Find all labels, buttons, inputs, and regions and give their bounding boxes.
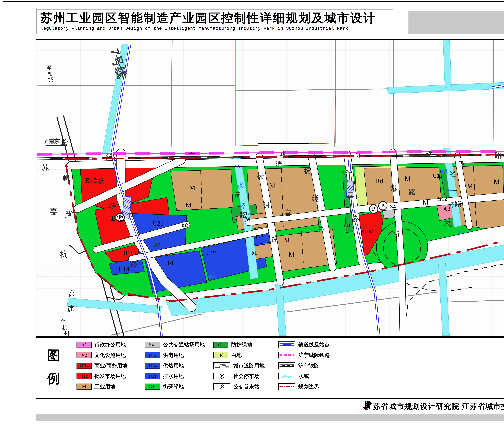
sheet-top-rule	[3, 1, 504, 2]
map-label-cn: 路	[272, 235, 279, 243]
map-label-cn: 帆	[63, 174, 70, 182]
map-label-cn: 扬	[153, 240, 160, 247]
symbol-letter: P	[372, 206, 375, 212]
legend-symbol-intercity	[278, 352, 295, 358]
map-label-code: G12	[437, 196, 447, 202]
map-label-code: M	[423, 198, 429, 206]
zone-M-block	[171, 169, 233, 211]
map-label-code: M	[288, 251, 294, 258]
legend-symbol-boundary	[278, 383, 295, 390]
legend-label: 行政办公用地	[94, 341, 126, 348]
map-canvas: PPB B12B12B1/B2U14U21U14U21U12MMMMMMMBdB…	[36, 40, 504, 336]
legend-item: U21排水用地	[145, 373, 184, 379]
svg-text:P: P	[221, 374, 223, 378]
legend-label: 文化设施用地	[94, 352, 126, 359]
landuse-map: PPB B12B12B1/B2U14U21U14U21U12MMMMMMMBdB…	[36, 39, 504, 337]
map-label-code: M	[252, 249, 257, 256]
map-label-cn: 路	[65, 210, 72, 219]
legend-item: S41公共交通站场用地	[145, 341, 205, 348]
legend-label: 沪宁铁路	[298, 362, 319, 369]
map-label-dir: 至	[47, 65, 52, 71]
legend-item: 轨道线及站点	[278, 341, 330, 348]
map-label-cn: 路	[409, 188, 416, 196]
map-label-cn: 扬	[61, 138, 68, 146]
plan-sheet: { "header": { "title_cn": "苏州工业园区智能制造产业园…	[0, 0, 504, 428]
legend-swatch-U12: U12	[145, 352, 160, 358]
legend-symbol-roads	[213, 362, 230, 369]
legend-item: U12供电用地	[145, 352, 184, 358]
map-label-cn: 扬	[257, 172, 264, 180]
legend: 图例 A1行政办公用地A2文化设施用地B1/B2商业/商务用地B12批发市场用地…	[36, 337, 504, 399]
circleP-icon: P	[214, 373, 230, 379]
legend-label: 街旁绿地	[163, 383, 184, 390]
map-label-cn: 街	[393, 230, 400, 238]
map-label-cn: 清	[275, 160, 282, 168]
boundary-icon	[279, 384, 295, 389]
legend-symbol-circleB: B	[213, 383, 230, 390]
legend-symbol-water	[278, 373, 295, 379]
map-label-cn: 城	[279, 151, 286, 158]
legend-swatch-S41: S41	[145, 342, 160, 348]
legend-item: G2防护绿地	[213, 341, 252, 348]
context-road	[393, 40, 394, 151]
water-body	[439, 263, 450, 336]
map-label-code: M	[405, 175, 411, 182]
context-road	[449, 298, 504, 302]
legend-title-char: 例	[46, 367, 61, 390]
legend-item: 水域	[278, 373, 309, 379]
map-label-river: 纵	[442, 168, 449, 176]
map-label-code: M	[186, 201, 192, 209]
map-label-cn: 路	[317, 225, 324, 233]
symbol-letter: B	[381, 202, 385, 208]
map-label-code: B1/B2	[123, 250, 139, 256]
legend-swatch-B1/B2: B1/B2	[76, 362, 92, 369]
map-label-cn: 大	[443, 219, 450, 227]
map-label-cn: 路	[495, 151, 502, 159]
map-label-code: M	[269, 181, 275, 189]
map-label-cn: 宁	[189, 152, 195, 159]
map-label-cn: 际	[355, 151, 362, 159]
map-label-cn: 苏	[41, 163, 49, 172]
legend-swatch-B12: B12	[76, 373, 92, 379]
map-label-dir: 杭	[62, 324, 68, 330]
map-label-cn: 经	[346, 168, 353, 176]
legend-label: 商业/商务用地	[94, 362, 127, 369]
map-label-code: G12	[433, 173, 442, 179]
footer: 江苏省城市规划设计研究院 江苏省城市交通规划研究中心	[36, 399, 504, 414]
map-label-cn: 扬	[98, 177, 105, 185]
map-label-river: 江	[458, 229, 465, 236]
map-label-cn: 路	[130, 260, 137, 268]
map-label-code: U21	[152, 220, 164, 227]
legend-label: 社会停车场	[233, 373, 260, 380]
legend-swatch-Bd: Bd	[213, 352, 228, 358]
map-label-cn: 路	[455, 200, 462, 207]
legend-item: G1c街旁绿地	[145, 383, 184, 390]
legend-item: B公交首末站	[213, 383, 260, 390]
legend-item: A2文化设施用地	[76, 352, 126, 358]
legend-symbol-metro	[278, 341, 295, 348]
legend-label: 轨道线及站点	[298, 341, 330, 348]
legend-title: 图例	[46, 344, 61, 390]
svg-text:B: B	[221, 385, 223, 388]
legend-label: 城市道路用地	[233, 362, 265, 369]
legend-label: 批发市场用地	[94, 373, 126, 380]
legend-label: 沪宁城际铁路	[298, 352, 330, 359]
map-label-cn: 绣	[312, 195, 319, 202]
map-label-cn: 速	[67, 305, 75, 313]
legend-swatch-U21: U21	[145, 373, 160, 379]
legend-swatch-M: M	[76, 384, 92, 390]
map-label-code: M	[284, 236, 290, 244]
map-label-cn: 明	[262, 201, 269, 209]
roads-icon	[214, 363, 230, 368]
map-label-dir: 城	[48, 76, 53, 82]
title-block: 苏州工业园区智能制造产业园区控制性详细规划及城市设计 Regulatory Pl…	[36, 9, 393, 34]
map-label-river: 娄	[208, 272, 215, 280]
legend-swatch-A1: A1	[76, 342, 92, 348]
map-label-code: M	[189, 184, 195, 191]
map-label-cn: 港	[390, 185, 398, 193]
water-icon	[279, 373, 295, 379]
map-label-cn: 铁	[426, 150, 433, 158]
map-label-code: B12	[111, 214, 123, 222]
map-label-cn: 路	[352, 215, 359, 223]
legend-item: 沪宁城际铁路	[278, 352, 330, 358]
